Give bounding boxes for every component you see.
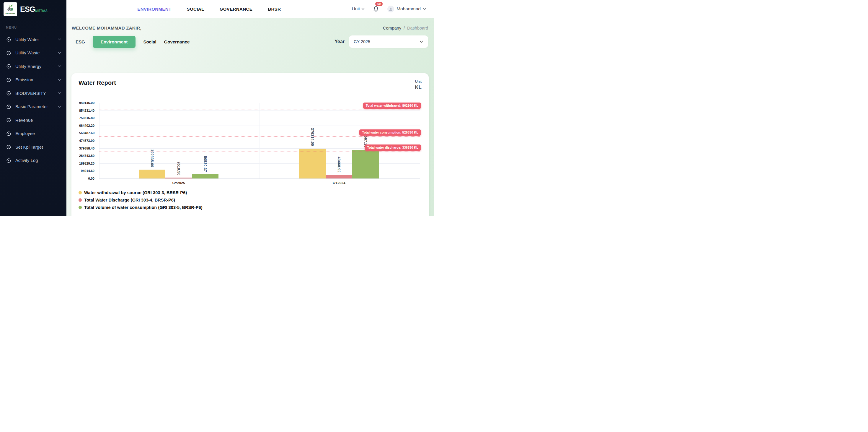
logo-wordmark: ESGMitraa bbox=[6, 12, 16, 15]
annotation-label-total-water-withdrawal: Total water withdrawal: 862860 KL bbox=[363, 103, 421, 109]
sidebar-item-activity-log[interactable]: Activity Log bbox=[0, 154, 66, 168]
sidebar-item-emission[interactable]: Emission bbox=[0, 73, 66, 87]
user-menu[interactable]: Mohammad bbox=[388, 6, 426, 12]
esg-hands-circle-icon bbox=[6, 77, 11, 83]
year-select-value: CY 2025 bbox=[354, 39, 370, 44]
y-tick-label: 949146.00 bbox=[79, 101, 94, 105]
bar-total-volume-of-water-consumption-cy2025[interactable] bbox=[192, 174, 218, 178]
sidebar-menu: Utility WaterUtility WasteUtility Energy… bbox=[0, 33, 66, 167]
sidebar-item-label: BIODIVERSITY bbox=[16, 91, 46, 96]
sidebar-item-basic-parameter[interactable]: Basic Parameter bbox=[0, 100, 66, 114]
sidebar-item-utility-water[interactable]: Utility Water bbox=[0, 33, 66, 47]
main-content: WELCOME MOHAMMAD ZAKIR, Company / Dashbo… bbox=[66, 18, 434, 216]
welcome-message: WELCOME MOHAMMAD ZAKIR, bbox=[72, 25, 142, 30]
nav-environment[interactable]: ENVIRONMENT bbox=[137, 6, 171, 11]
bar-value-label: 9519.50 bbox=[177, 162, 181, 175]
nav-social[interactable]: SOCIAL bbox=[187, 6, 204, 11]
notification-badge: 50 bbox=[375, 2, 383, 6]
unit-dropdown-label: Unit bbox=[352, 6, 360, 11]
bar-group-cy2025: 109835.009519.5050530.37 bbox=[139, 103, 218, 178]
brand-text: ESG MITRAA bbox=[20, 5, 48, 13]
bar-slot: 43468.92 bbox=[326, 103, 352, 178]
sidebar-item-employee[interactable]: Employee bbox=[0, 127, 66, 141]
year-select[interactable]: CY 2025 bbox=[349, 35, 428, 48]
sidebar-item-label: Basic Parameter bbox=[16, 104, 48, 109]
y-tick-label: 284743.80 bbox=[79, 154, 94, 157]
annotation-label-total-water-discharge: Total water discharge: 336530 KL bbox=[365, 144, 421, 151]
notifications-button[interactable]: 50 bbox=[373, 6, 379, 12]
menu-section-label: MENU bbox=[6, 26, 66, 29]
header-right: Unit 50 Mohammad bbox=[352, 6, 434, 12]
sidebar-item-utility-waste[interactable]: Utility Waste bbox=[0, 47, 66, 60]
legend-item-water-withdrawal-by-source: Water withdrawal by source (GRI 303-3, B… bbox=[79, 190, 422, 195]
chart-unit-value: KL bbox=[415, 85, 422, 90]
chevron-down-icon bbox=[58, 79, 61, 81]
chevron-down-icon bbox=[58, 106, 61, 108]
y-tick-label: 0.00 bbox=[88, 177, 94, 180]
chevron-down-icon bbox=[423, 8, 426, 10]
bar-slot: 9519.50 bbox=[165, 103, 192, 178]
bar-total-water-discharge-cy2024[interactable] bbox=[326, 175, 352, 178]
tab-environment[interactable]: Environment bbox=[93, 36, 136, 48]
chevron-down-icon bbox=[58, 92, 61, 94]
y-axis: 0.0094914.60189829.20284743.80379658.404… bbox=[79, 103, 97, 178]
bar-total-water-discharge-cy2025[interactable] bbox=[165, 178, 192, 178]
esg-hands-circle-icon bbox=[6, 144, 11, 150]
sidebar-item-label: Utility Waste bbox=[16, 51, 40, 55]
breadcrumb-company[interactable]: Company bbox=[383, 26, 401, 30]
brand-name: ESG bbox=[20, 5, 35, 13]
bar-water-withdrawal-by-source-cy2024[interactable] bbox=[299, 149, 326, 178]
bar-value-label: 50530.37 bbox=[203, 156, 207, 172]
esg-hands-circle-icon bbox=[6, 117, 11, 123]
user-name: Mohammad bbox=[397, 6, 421, 11]
bar-slot: 376314.00 bbox=[299, 103, 326, 178]
bar-slot: 50530.37 bbox=[192, 103, 218, 178]
gear-leaf-globe-icon bbox=[6, 4, 14, 12]
bar-total-volume-of-water-consumption-cy2024[interactable] bbox=[352, 150, 379, 178]
vertical-gridline bbox=[99, 103, 99, 178]
sidebar: ESGMitraa ESG MITRAA MENU Utility WaterU… bbox=[0, 0, 66, 216]
sidebar-item-label: Activity Log bbox=[16, 158, 38, 163]
y-tick-label: 854231.40 bbox=[79, 109, 94, 112]
sidebar-item-label: Set Kpi Target bbox=[16, 145, 43, 149]
brand-logo[interactable]: ESGMitraa ESG MITRAA bbox=[0, 0, 66, 18]
chevron-down-icon bbox=[58, 65, 61, 67]
y-tick-label: 664402.20 bbox=[79, 124, 94, 127]
primary-nav: ENVIRONMENTSOCIALGOVERNANCEBRSR bbox=[66, 6, 352, 11]
tab-social[interactable]: Social bbox=[140, 39, 160, 44]
nav-governance[interactable]: GOVERNANCE bbox=[220, 6, 253, 11]
annotation-label-total-water-consumption: Total water consumption: 526330 KL bbox=[359, 129, 421, 136]
annotation-line-total-water-consumption bbox=[99, 137, 420, 137]
sidebar-item-label: Utility Water bbox=[16, 37, 39, 42]
chevron-down-icon bbox=[361, 8, 365, 10]
y-tick-label: 474573.00 bbox=[79, 139, 94, 142]
sidebar-item-biodiversity[interactable]: BIODIVERSITY bbox=[0, 87, 66, 100]
sidebar-item-label: Employee bbox=[16, 131, 35, 136]
sidebar-item-set-kpi-target[interactable]: Set Kpi Target bbox=[0, 140, 66, 154]
legend-dot-icon bbox=[79, 198, 82, 202]
year-label: Year bbox=[335, 39, 345, 44]
sidebar-item-utility-energy[interactable]: Utility Energy bbox=[0, 60, 66, 73]
vertical-gridline bbox=[259, 103, 260, 178]
esg-tabs: ESGEnvironmentSocialGovernance bbox=[72, 36, 193, 48]
chevron-down-icon bbox=[420, 40, 423, 43]
tab-esg[interactable]: ESG bbox=[72, 39, 89, 44]
plot-area: 109835.009519.5050530.37CY2025376314.004… bbox=[99, 103, 420, 178]
unit-dropdown[interactable]: Unit bbox=[352, 6, 365, 11]
tab-row: ESGEnvironmentSocialGovernance Year CY 2… bbox=[72, 35, 428, 48]
y-tick-label: 379658.40 bbox=[79, 147, 94, 150]
bar-water-withdrawal-by-source-cy2025[interactable] bbox=[139, 170, 165, 178]
top-header: ENVIRONMENTSOCIALGOVERNANCEBRSR Unit 50 … bbox=[66, 0, 434, 18]
esg-hands-circle-icon bbox=[6, 50, 11, 56]
water-report-card: Water Report Unit KL 0.0094914.60189829.… bbox=[71, 73, 429, 216]
card-header: Water Report Unit KL bbox=[79, 80, 422, 90]
sidebar-item-label: Revenue bbox=[16, 118, 33, 123]
bell-icon bbox=[373, 6, 379, 12]
esg-hands-circle-icon bbox=[6, 104, 11, 110]
tab-governance[interactable]: Governance bbox=[160, 39, 194, 44]
sidebar-item-revenue[interactable]: Revenue bbox=[0, 113, 66, 127]
bar-slot: 357567.26 bbox=[352, 103, 379, 178]
chart-legend: Water withdrawal by source (GRI 303-3, B… bbox=[79, 190, 422, 210]
nav-brsr[interactable]: BRSR bbox=[268, 6, 281, 11]
chart-unit-label: Unit bbox=[415, 80, 422, 84]
